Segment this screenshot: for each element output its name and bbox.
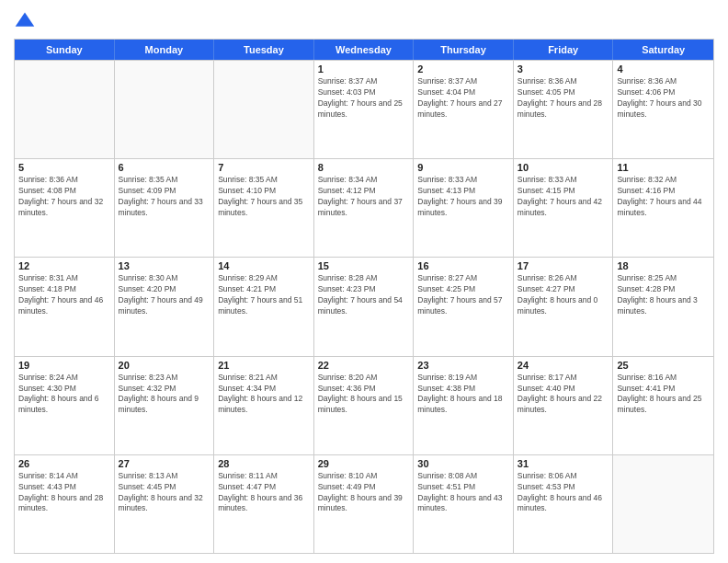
- day-header-saturday: Saturday: [613, 40, 713, 60]
- cal-cell-1-1: [15, 61, 115, 158]
- cal-cell-5-3: 28Sunrise: 8:11 AM Sunset: 4:47 PM Dayli…: [214, 455, 314, 553]
- day-header-monday: Monday: [115, 40, 215, 60]
- cell-day-number: 6: [119, 162, 210, 173]
- cell-info: Sunrise: 8:17 AM Sunset: 4:40 PM Dayligh…: [518, 373, 609, 417]
- header: [14, 9, 714, 31]
- logo-icon: [14, 9, 36, 31]
- cell-day-number: 18: [617, 260, 710, 271]
- cell-info: Sunrise: 8:35 AM Sunset: 4:10 PM Dayligh…: [218, 175, 310, 219]
- cell-day-number: 11: [617, 162, 710, 173]
- cal-cell-1-2: [115, 61, 215, 158]
- cell-day-number: 13: [119, 260, 210, 271]
- cal-cell-4-4: 22Sunrise: 8:20 AM Sunset: 4:36 PM Dayli…: [314, 357, 415, 454]
- cell-info: Sunrise: 8:19 AM Sunset: 4:38 PM Dayligh…: [417, 373, 509, 417]
- day-header-sunday: Sunday: [15, 40, 115, 60]
- week-row-3: 12Sunrise: 8:31 AM Sunset: 4:18 PM Dayli…: [15, 257, 713, 355]
- calendar: SundayMondayTuesdayWednesdayThursdayFrid…: [14, 39, 714, 554]
- cell-day-number: 24: [518, 360, 609, 371]
- cal-cell-4-3: 21Sunrise: 8:21 AM Sunset: 4:34 PM Dayli…: [214, 357, 314, 454]
- cal-cell-1-5: 2Sunrise: 8:37 AM Sunset: 4:04 PM Daylig…: [414, 61, 514, 158]
- cell-day-number: 3: [518, 63, 609, 75]
- day-header-tuesday: Tuesday: [214, 40, 314, 60]
- cal-cell-3-7: 18Sunrise: 8:25 AM Sunset: 4:28 PM Dayli…: [613, 258, 713, 355]
- cell-day-number: 29: [318, 458, 410, 469]
- calendar-body: 1Sunrise: 8:37 AM Sunset: 4:03 PM Daylig…: [15, 60, 713, 553]
- cal-cell-2-2: 6Sunrise: 8:35 AM Sunset: 4:09 PM Daylig…: [115, 159, 215, 257]
- cell-day-number: 15: [318, 260, 410, 271]
- cell-day-number: 16: [417, 260, 509, 271]
- cal-cell-2-7: 11Sunrise: 8:32 AM Sunset: 4:16 PM Dayli…: [613, 159, 713, 257]
- cal-cell-2-5: 9Sunrise: 8:33 AM Sunset: 4:13 PM Daylig…: [414, 159, 514, 257]
- day-header-friday: Friday: [514, 40, 614, 60]
- page: SundayMondayTuesdayWednesdayThursdayFrid…: [0, 0, 728, 563]
- cal-cell-5-4: 29Sunrise: 8:10 AM Sunset: 4:49 PM Dayli…: [314, 455, 415, 553]
- cell-day-number: 14: [218, 260, 310, 271]
- cell-info: Sunrise: 8:21 AM Sunset: 4:34 PM Dayligh…: [218, 373, 310, 417]
- cell-day-number: 4: [617, 63, 710, 75]
- cal-cell-1-6: 3Sunrise: 8:36 AM Sunset: 4:05 PM Daylig…: [514, 61, 614, 158]
- cell-info: Sunrise: 8:24 AM Sunset: 4:30 PM Dayligh…: [18, 373, 110, 417]
- cell-info: Sunrise: 8:33 AM Sunset: 4:13 PM Dayligh…: [417, 175, 509, 219]
- cell-info: Sunrise: 8:27 AM Sunset: 4:25 PM Dayligh…: [417, 273, 509, 317]
- cell-info: Sunrise: 8:23 AM Sunset: 4:32 PM Dayligh…: [119, 373, 210, 417]
- day-header-wednesday: Wednesday: [314, 40, 415, 60]
- cell-info: Sunrise: 8:10 AM Sunset: 4:49 PM Dayligh…: [318, 471, 410, 515]
- cal-cell-2-3: 7Sunrise: 8:35 AM Sunset: 4:10 PM Daylig…: [214, 159, 314, 257]
- cell-day-number: 27: [119, 458, 210, 469]
- logo: [14, 9, 40, 31]
- cell-day-number: 8: [318, 162, 410, 173]
- cell-info: Sunrise: 8:29 AM Sunset: 4:21 PM Dayligh…: [218, 273, 310, 317]
- cell-info: Sunrise: 8:11 AM Sunset: 4:47 PM Dayligh…: [218, 471, 310, 515]
- cell-day-number: 10: [518, 162, 609, 173]
- cal-cell-1-7: 4Sunrise: 8:36 AM Sunset: 4:06 PM Daylig…: [613, 61, 713, 158]
- cell-info: Sunrise: 8:31 AM Sunset: 4:18 PM Dayligh…: [18, 273, 110, 317]
- cell-info: Sunrise: 8:36 AM Sunset: 4:05 PM Dayligh…: [518, 76, 609, 121]
- cell-info: Sunrise: 8:33 AM Sunset: 4:15 PM Dayligh…: [518, 175, 609, 219]
- cell-info: Sunrise: 8:26 AM Sunset: 4:27 PM Dayligh…: [518, 273, 609, 317]
- cal-cell-1-4: 1Sunrise: 8:37 AM Sunset: 4:03 PM Daylig…: [314, 61, 415, 158]
- cell-info: Sunrise: 8:36 AM Sunset: 4:08 PM Dayligh…: [18, 175, 110, 219]
- cell-day-number: 31: [518, 458, 609, 469]
- cell-day-number: 2: [417, 63, 509, 75]
- cal-cell-4-2: 20Sunrise: 8:23 AM Sunset: 4:32 PM Dayli…: [115, 357, 215, 454]
- cell-info: Sunrise: 8:32 AM Sunset: 4:16 PM Dayligh…: [617, 175, 710, 219]
- cal-cell-5-5: 30Sunrise: 8:08 AM Sunset: 4:51 PM Dayli…: [414, 455, 514, 553]
- cell-day-number: 28: [218, 458, 310, 469]
- cell-day-number: 9: [417, 162, 509, 173]
- cell-info: Sunrise: 8:28 AM Sunset: 4:23 PM Dayligh…: [318, 273, 410, 317]
- cell-day-number: 7: [218, 162, 310, 173]
- cal-cell-3-6: 17Sunrise: 8:26 AM Sunset: 4:27 PM Dayli…: [514, 258, 614, 355]
- cell-day-number: 23: [417, 360, 509, 371]
- cell-info: Sunrise: 8:36 AM Sunset: 4:06 PM Dayligh…: [617, 76, 710, 121]
- cell-day-number: 25: [617, 360, 710, 371]
- cell-day-number: 20: [119, 360, 210, 371]
- cal-cell-2-1: 5Sunrise: 8:36 AM Sunset: 4:08 PM Daylig…: [15, 159, 115, 257]
- cell-info: Sunrise: 8:30 AM Sunset: 4:20 PM Dayligh…: [119, 273, 210, 317]
- cal-cell-3-3: 14Sunrise: 8:29 AM Sunset: 4:21 PM Dayli…: [214, 258, 314, 355]
- calendar-header: SundayMondayTuesdayWednesdayThursdayFrid…: [15, 40, 713, 60]
- cell-info: Sunrise: 8:37 AM Sunset: 4:03 PM Dayligh…: [318, 76, 410, 121]
- cal-cell-3-1: 12Sunrise: 8:31 AM Sunset: 4:18 PM Dayli…: [15, 258, 115, 355]
- cell-day-number: 26: [18, 458, 110, 469]
- cal-cell-2-6: 10Sunrise: 8:33 AM Sunset: 4:15 PM Dayli…: [514, 159, 614, 257]
- cell-day-number: 21: [218, 360, 310, 371]
- week-row-2: 5Sunrise: 8:36 AM Sunset: 4:08 PM Daylig…: [15, 158, 713, 257]
- cell-day-number: 19: [18, 360, 110, 371]
- cal-cell-5-6: 31Sunrise: 8:06 AM Sunset: 4:53 PM Dayli…: [514, 455, 614, 553]
- cell-info: Sunrise: 8:25 AM Sunset: 4:28 PM Dayligh…: [617, 273, 710, 317]
- cell-day-number: 22: [318, 360, 410, 371]
- cal-cell-2-4: 8Sunrise: 8:34 AM Sunset: 4:12 PM Daylig…: [314, 159, 415, 257]
- week-row-1: 1Sunrise: 8:37 AM Sunset: 4:03 PM Daylig…: [15, 60, 713, 158]
- cell-info: Sunrise: 8:13 AM Sunset: 4:45 PM Dayligh…: [119, 471, 210, 515]
- cal-cell-5-7: [613, 455, 713, 553]
- cal-cell-5-2: 27Sunrise: 8:13 AM Sunset: 4:45 PM Dayli…: [115, 455, 215, 553]
- cal-cell-4-7: 25Sunrise: 8:16 AM Sunset: 4:41 PM Dayli…: [613, 357, 713, 454]
- cell-info: Sunrise: 8:06 AM Sunset: 4:53 PM Dayligh…: [518, 471, 609, 515]
- cell-day-number: 17: [518, 260, 609, 271]
- cell-info: Sunrise: 8:35 AM Sunset: 4:09 PM Dayligh…: [119, 175, 210, 219]
- cell-day-number: 1: [318, 63, 410, 75]
- cell-day-number: 5: [18, 162, 110, 173]
- cell-day-number: 30: [417, 458, 509, 469]
- cal-cell-4-1: 19Sunrise: 8:24 AM Sunset: 4:30 PM Dayli…: [15, 357, 115, 454]
- cal-cell-1-3: [214, 61, 314, 158]
